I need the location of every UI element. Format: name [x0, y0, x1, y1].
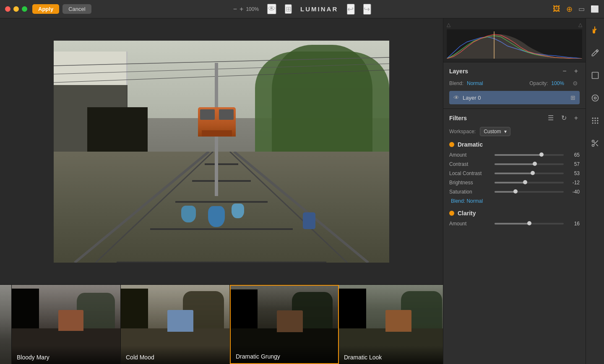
opacity-label: Opacity:	[529, 80, 548, 86]
svg-line-28	[596, 144, 598, 146]
slider-value: -12	[567, 180, 580, 186]
svg-point-20	[594, 120, 596, 121]
slider-thumb[interactable]	[531, 171, 535, 175]
histogram: △ △	[443, 18, 586, 62]
slider-thumb[interactable]	[513, 189, 518, 194]
filters-refresh-icon[interactable]: ↻	[560, 113, 568, 123]
svg-point-21	[597, 120, 598, 121]
compare-icon[interactable]: ⊞	[285, 4, 292, 14]
svg-point-22	[592, 122, 593, 124]
slider-thumb[interactable]	[523, 180, 527, 184]
titlebar: Apply Cancel − + 100% 👁 ⊞ LUMINAR ↩ ↪ 🖼 …	[0, 0, 604, 18]
thumbnail-label: Cold Mood	[121, 346, 229, 364]
svg-point-15	[594, 97, 596, 99]
image-icon[interactable]: 🖼	[553, 5, 560, 13]
svg-point-23	[594, 122, 596, 124]
workspace-value: Custom	[484, 129, 501, 134]
slider-thumb[interactable]	[527, 221, 531, 225]
layer-row[interactable]: 👁 Layer 0 ⊞	[449, 91, 580, 104]
svg-line-10	[54, 64, 389, 74]
workspace-select[interactable]: Custom ▾	[480, 127, 510, 136]
layers-add-button[interactable]: +	[573, 67, 580, 76]
crop-icon[interactable]: ▭	[578, 5, 585, 13]
thumbnail-bloody-mary[interactable]: Bloody Mary	[12, 285, 121, 364]
slider-fill	[495, 223, 529, 225]
workspace-chevron-icon: ▾	[504, 129, 507, 134]
histogram-canvas	[447, 29, 582, 59]
slider-label: Amount	[449, 221, 491, 227]
photo-canvas	[54, 41, 389, 263]
hand-tool-button[interactable]	[588, 23, 603, 38]
workspace-label: Workspace:	[449, 129, 476, 134]
svg-line-29	[594, 142, 595, 143]
svg-line-1	[234, 152, 368, 263]
thumbnail-dramatic-grungy[interactable]: Dramatic Grungy	[230, 285, 339, 364]
slider-value: 53	[567, 170, 580, 176]
thumbnail-partial-left[interactable]	[0, 285, 12, 364]
opacity-value[interactable]: 100%	[551, 80, 564, 86]
filters-sort-icon[interactable]: ☰	[546, 113, 555, 123]
scissors-tool-button[interactable]	[588, 136, 603, 151]
titlebar-right-icons: 🖼 ⊕ ▭ ⬜	[553, 5, 599, 14]
slider-fill	[495, 182, 525, 183]
maximize-button[interactable]	[22, 6, 27, 12]
undo-icon[interactable]: ↩	[346, 4, 354, 15]
slider-value: 57	[567, 161, 580, 167]
layers-section: Layers − + Blend: Normal Opacity: 100% ⚙…	[443, 62, 586, 109]
layers-actions: − +	[561, 67, 580, 76]
zoom-in-button[interactable]: +	[240, 5, 243, 13]
slider-thumb[interactable]	[533, 162, 537, 166]
app-title: LUMINAR	[300, 5, 338, 13]
dramatic-blend-row: Blend: Normal	[449, 198, 580, 204]
blend-value[interactable]: Normal	[467, 80, 483, 86]
slider-amount: Amount 65	[449, 152, 580, 158]
svg-point-18	[597, 118, 598, 119]
canvas-area: Bloody Mary Cold Mood	[0, 18, 443, 364]
thumbnail-cold-mood[interactable]: Cold Mood	[121, 285, 230, 364]
cancel-button[interactable]: Cancel	[62, 4, 91, 14]
slider-track[interactable]	[495, 154, 564, 156]
slider-track[interactable]	[495, 191, 564, 193]
photo-container[interactable]	[0, 18, 443, 284]
layers-minus-button[interactable]: −	[561, 67, 568, 76]
radial-tool-button[interactable]	[588, 90, 603, 106]
minimize-button[interactable]	[13, 6, 19, 12]
brush-tool-button[interactable]	[588, 45, 603, 60]
thumbnail-dramatic-look[interactable]: Dramatic Look	[339, 285, 443, 364]
layer-settings-icon[interactable]: ⚙	[571, 79, 580, 88]
slider-track[interactable]	[495, 223, 564, 225]
slider-contrast: Contrast 57	[449, 161, 580, 167]
filters-actions: ☰ ↻ +	[546, 113, 580, 123]
crop-tool-button[interactable]	[588, 68, 603, 83]
svg-point-16	[592, 118, 593, 119]
right-panel: △ △ Layers	[443, 18, 586, 364]
filters-add-button[interactable]: +	[573, 114, 580, 123]
layers-title: Layers	[449, 68, 468, 75]
redo-icon[interactable]: ↪	[363, 4, 371, 15]
dramatic-blend-value[interactable]: Normal	[466, 198, 483, 204]
layer-visibility-icon[interactable]: 👁	[453, 94, 459, 101]
layers-stack-icon[interactable]: ⊕	[566, 5, 573, 14]
eye-icon[interactable]: 👁	[267, 4, 276, 14]
slider-thumb[interactable]	[539, 152, 544, 157]
histogram-left-arrow[interactable]: △	[447, 22, 450, 28]
slider-track[interactable]	[495, 163, 564, 165]
filter-dot-dramatic	[449, 142, 454, 147]
thumbnail-label: Dramatic Grungy	[231, 345, 338, 363]
slider-fill	[495, 173, 533, 174]
traffic-lights	[5, 6, 27, 12]
histogram-right-arrow[interactable]: △	[578, 22, 582, 28]
filter-group-clarity: Clarity Amount 16	[449, 210, 580, 227]
slider-track[interactable]	[495, 182, 564, 183]
close-button[interactable]	[5, 6, 10, 12]
svg-point-25	[592, 140, 594, 142]
slider-value: 16	[567, 221, 580, 227]
thumbnail-strip: Bloody Mary Cold Mood	[0, 284, 443, 364]
layer-adjust-icon[interactable]: ⊞	[570, 94, 575, 101]
apply-button[interactable]: Apply	[32, 4, 59, 14]
zoom-controls: − + 100%	[233, 5, 259, 13]
dots-tool-button[interactable]	[588, 113, 603, 128]
zoom-out-button[interactable]: −	[233, 5, 237, 13]
frame-icon[interactable]: ⬜	[591, 5, 599, 13]
slider-track[interactable]	[495, 173, 564, 174]
